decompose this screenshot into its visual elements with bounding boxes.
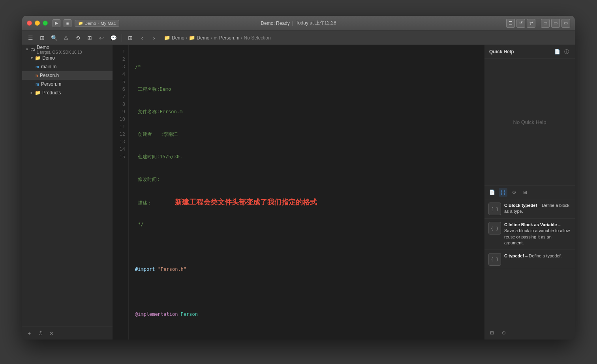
code-line-8: */ <box>135 221 478 228</box>
minimize-button[interactable] <box>35 21 40 26</box>
line-num-14: 14 <box>113 146 125 153</box>
project-scheme: Demo <box>84 21 96 26</box>
line-num-3: 3 <box>113 63 125 71</box>
sidebar-person-m-label: Person.m <box>41 81 61 87</box>
code-line-7: 描述： 新建工程会类文件头部变成了我们指定的格式 <box>135 198 478 206</box>
panel-right-btn[interactable]: ▭ <box>561 19 570 28</box>
run-button[interactable]: ▶ <box>53 19 60 27</box>
new-file-icon[interactable]: 📄 <box>554 48 561 55</box>
project-root-label: Demo <box>37 45 82 50</box>
code-line-6: 修改时间: <box>135 176 478 183</box>
snippets-filter-btn[interactable]: ⊙ <box>499 328 508 337</box>
line-num-11: 11 <box>113 123 125 131</box>
grid-btn[interactable]: ⊞ <box>84 33 95 43</box>
sidebar-item-person-m[interactable]: m Person.m <box>22 80 113 88</box>
back-nav-btn[interactable]: ‹ <box>137 33 147 43</box>
chevron-down-icon: ▼ <box>25 47 29 51</box>
breadcrumb-folder-icon: 📁 <box>164 35 170 41</box>
sidebar-item-person-h[interactable]: h Person.h <box>22 71 113 80</box>
sidebar-main-m-label: main.m <box>41 64 56 69</box>
add-file-btn[interactable]: + <box>25 329 33 337</box>
snippet-item-3[interactable]: { } C typedef – Define a typedef. <box>484 250 575 269</box>
breadcrumb-chevron-2: › <box>211 36 212 40</box>
quick-help-header: Quick Help 📄 ⓘ <box>484 45 575 59</box>
code-line-1: /* <box>135 63 478 71</box>
breadcrumb-demo-2[interactable]: Demo <box>197 35 209 41</box>
snippet-title-3: C typedef – Define a typedef. <box>504 253 571 259</box>
titlebar: ▶ ■ 📁 Demo › My Mac Demo: Ready | Today … <box>22 16 575 31</box>
diff-btn[interactable]: ⟲ <box>73 33 83 43</box>
back-btn[interactable]: ↩ <box>96 33 107 43</box>
sidebar-demo-label: Demo <box>42 55 55 61</box>
editor-content: 1 2 3 4 5 6 7 8 9 10 11 12 13 14 15 <box>113 45 484 340</box>
line-numbers: 1 2 3 4 5 6 7 8 9 10 11 12 13 14 15 <box>113 45 129 340</box>
status-text: Demo: Ready <box>261 21 289 26</box>
filter-btn[interactable]: ⊙ <box>47 329 55 337</box>
layout-list-btn[interactable]: ☰ <box>506 19 515 28</box>
folder-icon-products: 📁 <box>35 90 41 96</box>
layout-arrows-btn[interactable]: ⇄ <box>527 19 535 28</box>
snippet-item-1[interactable]: { } C Block typedef – Define a block as … <box>484 199 575 219</box>
sidebar-spacer <box>22 97 113 326</box>
no-quick-help-text: No Quick Help <box>513 119 546 125</box>
breadcrumb: 📁 Demo › 📁 Demo › m Person.m › No Select… <box>161 35 274 41</box>
layout-refresh-btn[interactable]: ↺ <box>516 19 525 28</box>
breadcrumb-chevron-1: › <box>186 36 187 40</box>
editor-area[interactable]: 1 2 3 4 5 6 7 8 9 10 11 12 13 14 15 <box>113 45 484 340</box>
line-num-12: 12 <box>113 131 125 138</box>
quick-help-title: Quick Help <box>489 49 514 54</box>
forward-nav-btn[interactable]: › <box>149 33 159 43</box>
navigator-list-btn[interactable]: ⊞ <box>37 33 47 43</box>
line-num-2: 2 <box>113 56 125 63</box>
panel-left-btn[interactable]: ▭ <box>541 19 550 28</box>
titlebar-status: Demo: Ready | Today at 上午12:28 <box>261 20 336 26</box>
m-file-badge: m <box>36 65 39 69</box>
snippet-item-2[interactable]: { } C Inline Block as Variable – Save a … <box>484 219 575 250</box>
panel-center-btn[interactable]: ▭ <box>551 19 560 28</box>
sidebar-item-products[interactable]: ► 📁 Products <box>22 88 113 97</box>
line-num-4: 4 <box>113 71 125 78</box>
code-line-3: 文件名称:Person.m <box>135 108 478 116</box>
snippet-text-3: C typedef – Define a typedef. <box>504 253 571 259</box>
file-nav-grid-btn[interactable]: ⊞ <box>125 33 135 43</box>
breadcrumb-demo-1[interactable]: Demo <box>172 35 184 41</box>
warning-btn[interactable]: ⚠ <box>61 33 71 43</box>
breadcrumb-person-m[interactable]: Person.m <box>219 35 239 41</box>
sidebar-products-label: Products <box>42 90 61 96</box>
search-btn[interactable]: 🔍 <box>49 33 59 43</box>
quick-help-body: No Quick Help <box>484 59 575 185</box>
snippet-text-1: C Block typedef – Define a block as a ty… <box>504 203 571 215</box>
code-line-2: 工程名称:Demo <box>135 86 478 93</box>
snippet-file-btn[interactable]: 📄 <box>488 188 496 197</box>
sidebar-item-demo-folder[interactable]: ▼ 📁 Demo <box>22 54 113 62</box>
line-num-8: 8 <box>113 101 125 108</box>
code-line-9 <box>135 243 478 251</box>
snippet-icon-2: { } <box>488 222 501 235</box>
line-num-9: 9 <box>113 108 125 116</box>
breadcrumb-folder-icon-2: 📁 <box>189 35 195 41</box>
snippet-code-btn[interactable]: { } <box>499 188 507 197</box>
snippets-grid-btn[interactable]: ⊞ <box>488 328 496 337</box>
chevron-right-icon: ► <box>30 91 34 95</box>
snippet-grid-btn[interactable]: ⊞ <box>521 188 529 197</box>
line-num-1: 1 <box>113 48 125 56</box>
help-circle-icon[interactable]: ⓘ <box>563 48 570 55</box>
close-button[interactable] <box>27 21 32 26</box>
snippet-circle-btn[interactable]: ⊙ <box>510 188 518 197</box>
history-btn[interactable]: ⏱ <box>36 329 44 337</box>
titlebar-controls: ▶ ■ 📁 Demo › My Mac <box>53 19 119 27</box>
snippet-title-bold-1: C Block typedef <box>504 203 537 208</box>
snippet-text-2: C Inline Block as Variable – Save a bloc… <box>504 222 571 246</box>
maximize-button[interactable] <box>43 21 48 26</box>
code-content[interactable]: /* 工程名称:Demo 文件名称:Person.m 创建者 :李南江 创建时间… <box>129 45 484 340</box>
titlebar-right-controls: ☰ ↺ ⇄ ▭ ▭ ▭ <box>506 19 570 28</box>
titlebar-separator: | <box>292 21 293 26</box>
sidebar-item-main-m[interactable]: m main.m <box>22 62 113 71</box>
comment-btn[interactable]: 💬 <box>108 33 118 43</box>
sidebar-toggle-btn[interactable]: ☰ <box>25 33 36 43</box>
stop-button[interactable]: ■ <box>64 19 71 27</box>
date-text: Today at 上午12:28 <box>296 20 336 26</box>
breadcrumb-chevron-3: › <box>241 36 242 40</box>
sidebar-item-demo-root[interactable]: ▼ 🗂 Demo 1 target, OS X SDK 10.10 <box>22 45 113 54</box>
sidebar-person-h-label: Person.h <box>40 73 59 78</box>
